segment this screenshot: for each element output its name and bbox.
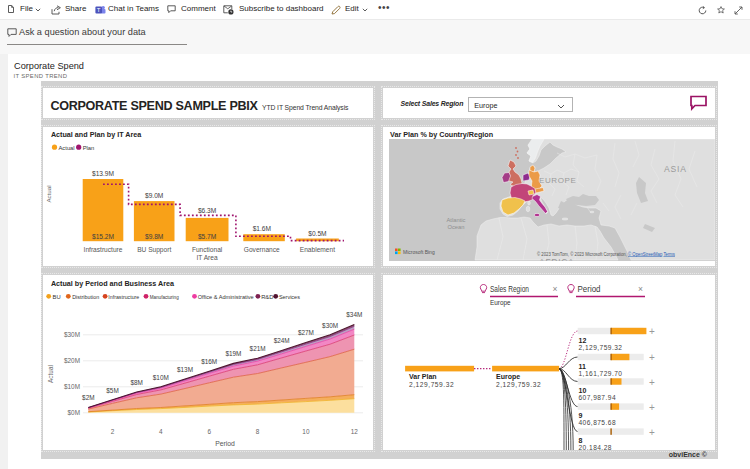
svg-text:$0.5M: $0.5M bbox=[309, 229, 327, 236]
svg-text:8: 8 bbox=[256, 428, 260, 435]
svg-text:406,875.68: 406,875.68 bbox=[578, 420, 616, 427]
svg-text:EUROPE: EUROPE bbox=[539, 176, 576, 185]
svg-text:12: 12 bbox=[578, 337, 586, 344]
svg-text:BU: BU bbox=[53, 294, 61, 300]
svg-text:Infrastructure: Infrastructure bbox=[84, 246, 123, 253]
svg-text:10: 10 bbox=[303, 428, 311, 435]
svg-text:+: + bbox=[649, 352, 655, 363]
svg-text:+: + bbox=[649, 427, 655, 438]
svg-text:+: + bbox=[649, 402, 655, 413]
svg-text:Var Plan: Var Plan bbox=[409, 373, 437, 380]
svg-text:$24M: $24M bbox=[274, 337, 290, 344]
svg-text:$27M: $27M bbox=[298, 330, 314, 337]
svg-text:10: 10 bbox=[578, 387, 586, 394]
svg-text:1,161,729.70: 1,161,729.70 bbox=[578, 370, 622, 377]
svg-text:$13.9M: $13.9M bbox=[92, 170, 114, 177]
svg-text:Office & Administrative: Office & Administrative bbox=[198, 294, 254, 300]
svg-text:Europe: Europe bbox=[490, 299, 511, 307]
svg-text:8: 8 bbox=[578, 437, 582, 444]
svg-text:11: 11 bbox=[578, 363, 586, 370]
svg-text:IT Area: IT Area bbox=[197, 254, 218, 261]
svg-text:AFRICA: AFRICA bbox=[539, 257, 575, 261]
svg-text:ASIA: ASIA bbox=[664, 164, 687, 174]
svg-text:$20M: $20M bbox=[64, 357, 80, 364]
svg-text:Distribution: Distribution bbox=[73, 294, 100, 300]
svg-text:Sales Region: Sales Region bbox=[490, 285, 529, 294]
svg-text:Services: Services bbox=[279, 294, 300, 300]
svg-text:2,129,759.32: 2,129,759.32 bbox=[578, 344, 622, 351]
svg-text:Actual: Actual bbox=[47, 365, 54, 383]
svg-text:Infrastructure: Infrastructure bbox=[109, 294, 140, 300]
svg-text:$5M: $5M bbox=[107, 387, 119, 394]
svg-text:$10M: $10M bbox=[64, 383, 80, 390]
svg-text:2: 2 bbox=[111, 428, 115, 435]
svg-text:Microsoft Bing: Microsoft Bing bbox=[403, 249, 435, 255]
svg-text:6: 6 bbox=[208, 428, 212, 435]
svg-text:+: + bbox=[649, 326, 655, 337]
svg-text:$13M: $13M bbox=[177, 366, 193, 373]
svg-text:Actual: Actual bbox=[59, 144, 75, 150]
svg-text:Ocean: Ocean bbox=[447, 224, 464, 230]
svg-text:12: 12 bbox=[351, 428, 359, 435]
svg-text:Atlantic: Atlantic bbox=[446, 217, 465, 223]
svg-text:$21M: $21M bbox=[250, 345, 266, 352]
svg-text:Manufacturing: Manufacturing bbox=[150, 294, 179, 300]
svg-text:Actual: Actual bbox=[45, 185, 52, 202]
svg-text:T: T bbox=[96, 6, 100, 12]
svg-text:$2M: $2M bbox=[82, 395, 94, 402]
svg-text:Governance: Governance bbox=[244, 246, 280, 253]
svg-text:607,987.94: 607,987.94 bbox=[578, 394, 616, 401]
svg-text:$1.6M: $1.6M bbox=[253, 225, 271, 232]
svg-text:2,129,759.32: 2,129,759.32 bbox=[496, 381, 541, 388]
svg-text:+: + bbox=[649, 377, 655, 388]
svg-text:Europe: Europe bbox=[496, 373, 520, 381]
svg-text:20,184.28: 20,184.28 bbox=[578, 445, 611, 450]
svg-text:Enablement: Enablement bbox=[300, 246, 335, 253]
svg-text:Period: Period bbox=[216, 440, 236, 447]
svg-text:×: × bbox=[552, 284, 557, 294]
svg-text:$6.3M: $6.3M bbox=[198, 206, 216, 213]
svg-text:R&D: R&D bbox=[262, 294, 274, 300]
svg-text:$9.8M: $9.8M bbox=[145, 232, 163, 239]
svg-text:4: 4 bbox=[159, 428, 163, 435]
svg-text:Plan: Plan bbox=[83, 144, 95, 150]
svg-text:$5.7M: $5.7M bbox=[198, 232, 216, 239]
svg-text:$0M: $0M bbox=[68, 409, 80, 416]
svg-text:$9.0M: $9.0M bbox=[145, 192, 163, 199]
svg-text:$30M: $30M bbox=[322, 322, 338, 329]
svg-text:$16M: $16M bbox=[202, 358, 218, 365]
svg-text:Functional: Functional bbox=[192, 246, 223, 253]
svg-text:2,129,759.32: 2,129,759.32 bbox=[409, 381, 454, 388]
svg-text:$30M: $30M bbox=[64, 331, 80, 338]
svg-text:$34M: $34M bbox=[347, 311, 363, 318]
svg-text:$15.2M: $15.2M bbox=[92, 232, 114, 239]
svg-text:$10M: $10M bbox=[153, 374, 169, 381]
svg-text:×: × bbox=[638, 284, 643, 294]
svg-text:$19M: $19M bbox=[226, 350, 242, 357]
svg-text:BU Support: BU Support bbox=[138, 246, 172, 254]
svg-text:Period: Period bbox=[577, 285, 600, 294]
svg-text:© 2023 TomTom, © 2023 Microsof: © 2023 TomTom, © 2023 Microsoft Corporat… bbox=[537, 251, 675, 257]
svg-text:$8M: $8M bbox=[131, 379, 143, 386]
svg-text:9: 9 bbox=[578, 412, 582, 419]
